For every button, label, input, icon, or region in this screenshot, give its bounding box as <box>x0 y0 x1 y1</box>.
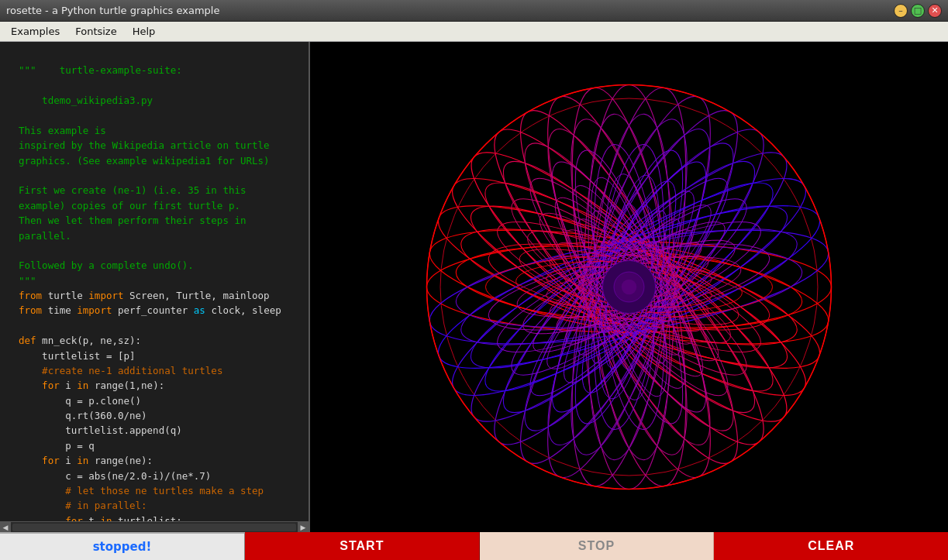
canvas-panel <box>310 42 948 532</box>
titlebar: rosette - a Python turtle graphics examp… <box>0 0 948 22</box>
menu-help[interactable]: Help <box>125 24 164 39</box>
maximize-button[interactable]: □ <box>911 4 925 18</box>
scroll-right-arrow[interactable]: ▶ <box>298 522 309 533</box>
code-scrollbar[interactable]: ◀ ▶ <box>0 521 309 532</box>
svg-point-95 <box>622 280 636 294</box>
scroll-thumb[interactable] <box>12 524 296 531</box>
titlebar-title: rosette - a Python turtle graphics examp… <box>6 5 219 16</box>
code-content: """ turtle-example-suite: tdemo_wikipedi… <box>0 42 309 532</box>
main-area: """ turtle-example-suite: tdemo_wikipedi… <box>0 42 948 532</box>
menu-fontsize[interactable]: Fontsize <box>67 24 125 39</box>
bottom-bar: stopped! START STOP CLEAR <box>0 532 948 560</box>
scroll-left-arrow[interactable]: ◀ <box>0 522 11 533</box>
code-panel: """ turtle-example-suite: tdemo_wikipedi… <box>0 42 310 532</box>
menubar: Examples Fontsize Help <box>0 22 948 42</box>
clear-button[interactable]: CLEAR <box>714 532 948 560</box>
rosette-graphic <box>310 42 948 532</box>
stop-button[interactable]: STOP <box>480 532 715 560</box>
titlebar-controls: – □ ✕ <box>894 4 942 18</box>
close-button[interactable]: ✕ <box>928 4 942 18</box>
status-area: stopped! <box>0 532 245 560</box>
status-text: stopped! <box>93 540 152 554</box>
menu-examples[interactable]: Examples <box>3 24 67 39</box>
start-button[interactable]: START <box>245 532 480 560</box>
minimize-button[interactable]: – <box>894 4 908 18</box>
